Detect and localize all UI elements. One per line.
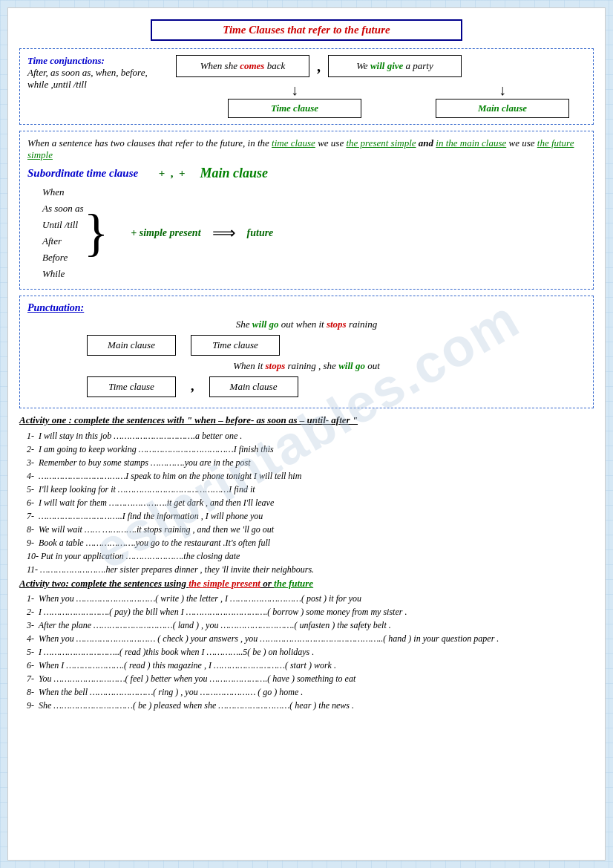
list-item: 4- When you ………………………… ( check ) your an… xyxy=(27,633,594,645)
list-item: 1- I will stay in this job ………………………….a … xyxy=(27,431,594,442)
sp-row: + simple present ⟹ future xyxy=(131,223,273,243)
example-box-1: When she comes back xyxy=(176,55,309,77)
list-item: 3- Remember to buy some stamps ………….you … xyxy=(27,457,594,469)
main-clause-label: Main clause xyxy=(436,99,569,118)
subordinate-heading: Subordinate time clause + , + Main claus… xyxy=(27,166,586,181)
activity-one-list: 1- I will stay in this job ………………………….a … xyxy=(19,431,594,575)
list-item: 6- When I ………………….( read ) this magazine… xyxy=(27,660,594,671)
example2-text: We will give a party xyxy=(356,60,433,71)
list-item: 10- Put in your application ………………….the … xyxy=(27,551,594,562)
clause-box-time-2: Time clause xyxy=(87,376,176,397)
title-box: Time Clauses that refer to the future xyxy=(151,19,462,41)
time-conj-label: Time conjunctions: xyxy=(27,55,168,67)
clause-box-time-1: Time clause xyxy=(191,335,280,356)
examples-col: When she comes back , We will give a par… xyxy=(176,55,586,118)
clause-row-2: Time clause , Main clause xyxy=(87,376,586,397)
punct-example-1: She will go out when it stops raining xyxy=(27,319,586,330)
list-item: 9- Book a table ……………….you go to the res… xyxy=(27,538,594,549)
list-item: 8- When the bell ……………………( ring ) , you … xyxy=(27,687,594,698)
brace-icon: } xyxy=(84,207,109,259)
activity-two-heading: Activity two: complete the sentences usi… xyxy=(19,578,594,590)
word-while: While xyxy=(42,266,84,282)
time-clause-label: Time clause xyxy=(228,99,361,118)
comma-box: , xyxy=(191,379,194,394)
list-item: 2- I …………………….( pay) the bill when I ………… xyxy=(27,607,594,618)
future-label: future xyxy=(247,227,274,239)
punct-example-2: When it stops raining , she will go out xyxy=(27,360,586,372)
example1-text: When she comes back xyxy=(200,60,285,71)
clause-box-main-1: Main clause xyxy=(87,335,176,356)
word-list: When As soon as Until /till After Before… xyxy=(42,184,84,283)
clause-box-main-2: Main clause xyxy=(209,376,298,397)
labels-container: ↓ Time clause ↓ Main clause xyxy=(183,82,586,118)
list-item: 4- ……………………………I speak to him on the phon… xyxy=(27,471,594,482)
activity-one-heading: Activity one : complete the sentences wi… xyxy=(19,414,594,426)
comma-separator: , xyxy=(313,58,324,75)
explanation-text: When a sentence has two clauses that ref… xyxy=(27,137,586,161)
section-explanation: When a sentence has two clauses that ref… xyxy=(19,131,594,290)
list-item: 9- She …………………………( be ) pleased when she… xyxy=(27,700,594,711)
section-punctuation: Punctuation: She will go out when it sto… xyxy=(19,296,594,408)
main-clause-title: Main clause xyxy=(200,166,269,181)
arrow-right-icon: ⟹ xyxy=(212,223,236,243)
list-item: 1- When you …………………………( write ) the lett… xyxy=(27,593,594,604)
activity-two-list: 1- When you …………………………( write ) the lett… xyxy=(19,593,594,711)
words-brace-row: When As soon as Until /till After Before… xyxy=(35,184,586,283)
sub-title: Subordinate time clause xyxy=(27,167,138,180)
arrow-2: ↓ Main clause xyxy=(436,82,569,118)
conj-list: After, as soon as, when, before, while ,… xyxy=(27,67,168,91)
list-item: 5- I ………………………..( read )this book when I… xyxy=(27,647,594,658)
clause-row-1: Main clause Time clause xyxy=(87,335,586,356)
section-conjunctions: Time conjunctions: After, as soon as, wh… xyxy=(19,48,594,125)
example-box-2: We will give a party xyxy=(328,55,462,77)
plus1: + , + xyxy=(153,167,185,180)
list-item: 7- …………………………..I find the information , … xyxy=(27,511,594,522)
activities-section: Activity one : complete the sentences wi… xyxy=(19,414,594,711)
list-item: 8- We will wait …… ………….it stops raining… xyxy=(27,524,594,535)
word-as-soon-as: As soon as xyxy=(42,200,84,217)
list-item: 2- I am going to keep working …………………………… xyxy=(27,444,594,455)
page-title: Time Clauses that refer to the future xyxy=(223,24,390,36)
word-when: When xyxy=(42,184,84,200)
conjunctions-col: Time conjunctions: After, as soon as, wh… xyxy=(27,55,176,118)
list-item: 7- You ………………………( feel ) better when you… xyxy=(27,673,594,685)
sp-label: + simple present xyxy=(131,227,200,239)
list-item: 6- I will wait for them ………………….it get d… xyxy=(27,497,594,509)
example-row: When she comes back , We will give a par… xyxy=(176,55,586,77)
list-item: 3- After the plane …………………………( land ) , … xyxy=(27,620,594,631)
arrow-1: ↓ Time clause xyxy=(228,82,361,118)
word-before: Before xyxy=(42,249,84,266)
list-item: 5- I'll keep looking for it ………………………………… xyxy=(27,484,594,495)
punct-heading: Punctuation: xyxy=(27,302,586,314)
page: eslprintables.com Time Clauses that refe… xyxy=(7,7,606,861)
word-until: Until /till xyxy=(42,217,84,233)
list-item: 11- …………………….her sister prepares dinner … xyxy=(27,564,594,575)
word-after: After xyxy=(42,233,84,249)
